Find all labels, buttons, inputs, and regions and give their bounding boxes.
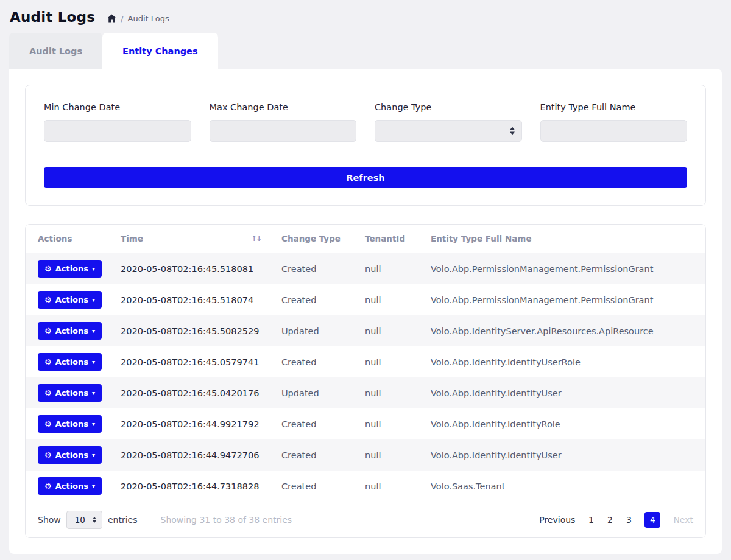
- gear-icon: ⚙: [44, 296, 52, 304]
- table-row: ⚙ Actions ▾ 2020-05-08T02:16:44.9921792 …: [26, 408, 705, 439]
- gear-icon: ⚙: [44, 482, 52, 490]
- pagination-next[interactable]: Next: [673, 515, 693, 525]
- showing-entries-text: Showing 31 to 38 of 38 entries: [161, 515, 292, 525]
- breadcrumb-current: Audit Logs: [128, 14, 169, 23]
- breadcrumb-separator: /: [121, 14, 123, 23]
- time-cell: 2020-05-08T02:16:45.0579741: [115, 346, 275, 377]
- entity-type-input[interactable]: [540, 120, 688, 142]
- header-change-type[interactable]: Change Type: [275, 225, 359, 253]
- gear-icon: ⚙: [44, 327, 52, 335]
- page-header: Audit Logs / Audit Logs: [0, 0, 731, 33]
- caret-down-icon: ▾: [92, 483, 95, 489]
- tenant-id-cell: null: [359, 346, 425, 377]
- change-type-label: Change Type: [375, 102, 522, 112]
- tenant-id-cell: null: [359, 439, 425, 471]
- actions-button-label: Actions: [55, 481, 88, 491]
- caret-down-icon: ▾: [92, 390, 95, 396]
- pagination-page-3[interactable]: 3: [626, 515, 632, 525]
- tenant-id-cell: null: [359, 284, 425, 315]
- select-arrows-icon: [510, 127, 515, 135]
- tab-audit-logs[interactable]: Audit Logs: [9, 33, 102, 69]
- change-type-select[interactable]: [375, 120, 522, 142]
- table-row: ⚙ Actions ▾ 2020-05-08T02:16:45.518074 C…: [26, 284, 705, 315]
- actions-dropdown-button[interactable]: ⚙ Actions ▾: [38, 477, 102, 495]
- gear-icon: ⚙: [44, 358, 52, 366]
- pagination-previous[interactable]: Previous: [539, 515, 575, 525]
- actions-dropdown-button[interactable]: ⚙ Actions ▾: [38, 415, 102, 433]
- actions-button-label: Actions: [55, 450, 88, 460]
- content-panel: Min Change Date Max Change Date Change T…: [9, 69, 722, 554]
- table-row: ⚙ Actions ▾ 2020-05-08T02:16:45.0420176 …: [26, 377, 705, 408]
- filter-grid: Min Change Date Max Change Date Change T…: [44, 102, 687, 142]
- table-row: ⚙ Actions ▾ 2020-05-08T02:16:45.0579741 …: [26, 346, 705, 377]
- header-entity-type[interactable]: Entity Type Full Name: [425, 225, 705, 253]
- change-type-cell: Created: [275, 253, 359, 285]
- table-footer: Show 10 entries Showing 31 to 38 of 38 e…: [26, 502, 705, 537]
- refresh-button[interactable]: Refresh: [44, 167, 687, 188]
- pagination-page-2[interactable]: 2: [607, 515, 613, 525]
- actions-dropdown-button[interactable]: ⚙ Actions ▾: [38, 446, 102, 464]
- time-cell: 2020-05-08T02:16:45.518081: [115, 253, 275, 285]
- change-type-cell: Created: [275, 439, 359, 471]
- entity-type-cell: Volo.Abp.Identity.IdentityUserRole: [425, 346, 705, 377]
- filter-card: Min Change Date Max Change Date Change T…: [25, 85, 706, 206]
- actions-dropdown-button[interactable]: ⚙ Actions ▾: [38, 384, 102, 402]
- table-row: ⚙ Actions ▾ 2020-05-08T02:16:45.5082529 …: [26, 315, 705, 346]
- entity-changes-table: Actions Time ↑↓ Change Type TenantId Ent…: [26, 225, 705, 502]
- max-change-date-input[interactable]: [210, 120, 357, 142]
- select-arrows-icon: [93, 517, 96, 523]
- time-cell: 2020-05-08T02:16:45.5082529: [115, 315, 275, 346]
- time-cell: 2020-05-08T02:16:45.518074: [115, 284, 275, 315]
- pagination-page-4-active[interactable]: 4: [644, 512, 660, 528]
- gear-icon: ⚙: [44, 389, 52, 397]
- tenant-id-cell: null: [359, 315, 425, 346]
- actions-cell: ⚙ Actions ▾: [26, 346, 115, 377]
- time-cell: 2020-05-08T02:16:44.9472706: [115, 439, 275, 471]
- actions-button-label: Actions: [55, 295, 88, 304]
- sort-icon: ↑↓: [251, 234, 261, 243]
- field-min-change-date: Min Change Date: [44, 102, 191, 142]
- actions-dropdown-button[interactable]: ⚙ Actions ▾: [38, 260, 102, 278]
- table-row: ⚙ Actions ▾ 2020-05-08T02:16:44.7318828 …: [26, 471, 705, 502]
- actions-cell: ⚙ Actions ▾: [26, 253, 115, 285]
- caret-down-icon: ▾: [92, 266, 95, 272]
- caret-down-icon: ▾: [92, 421, 95, 427]
- header-tenant-id[interactable]: TenantId: [359, 225, 425, 253]
- home-icon[interactable]: [107, 14, 116, 23]
- breadcrumb: / Audit Logs: [107, 12, 169, 23]
- min-change-date-input[interactable]: [44, 120, 191, 142]
- tab-bar: Audit Logs Entity Changes: [0, 33, 731, 69]
- actions-cell: ⚙ Actions ▾: [26, 408, 115, 439]
- page-size-value: 10: [75, 515, 85, 525]
- caret-down-icon: ▾: [92, 359, 95, 365]
- pagination-page-1[interactable]: 1: [588, 515, 594, 525]
- caret-down-icon: ▾: [92, 452, 95, 458]
- actions-cell: ⚙ Actions ▾: [26, 315, 115, 346]
- table-row: ⚙ Actions ▾ 2020-05-08T02:16:45.518081 C…: [26, 253, 705, 285]
- field-max-change-date: Max Change Date: [210, 102, 357, 142]
- entity-type-cell: Volo.Abp.Identity.IdentityUser: [425, 439, 705, 471]
- actions-cell: ⚙ Actions ▾: [26, 471, 115, 502]
- gear-icon: ⚙: [44, 420, 52, 428]
- actions-dropdown-button[interactable]: ⚙ Actions ▾: [38, 291, 102, 309]
- show-label: Show: [38, 515, 61, 525]
- actions-button-label: Actions: [55, 419, 88, 429]
- header-time[interactable]: Time ↑↓: [115, 225, 275, 253]
- time-cell: 2020-05-08T02:16:45.0420176: [115, 377, 275, 408]
- actions-cell: ⚙ Actions ▾: [26, 439, 115, 471]
- actions-dropdown-button[interactable]: ⚙ Actions ▾: [38, 353, 102, 371]
- caret-down-icon: ▾: [92, 328, 95, 334]
- gear-icon: ⚙: [44, 265, 52, 273]
- actions-button-label: Actions: [55, 326, 88, 335]
- tab-entity-changes[interactable]: Entity Changes: [102, 33, 217, 69]
- actions-cell: ⚙ Actions ▾: [26, 284, 115, 315]
- page-size-select[interactable]: 10: [66, 511, 102, 529]
- entity-type-cell: Volo.Abp.IdentityServer.ApiResources.Api…: [425, 315, 705, 346]
- entity-type-cell: Volo.Abp.Identity.IdentityUser: [425, 377, 705, 408]
- pagination: Previous 1 2 3 4 Next: [539, 512, 693, 528]
- table-body: ⚙ Actions ▾ 2020-05-08T02:16:45.518081 C…: [26, 253, 705, 502]
- field-change-type: Change Type: [375, 102, 522, 142]
- actions-dropdown-button[interactable]: ⚙ Actions ▾: [38, 322, 102, 340]
- entity-type-cell: Volo.Saas.Tenant: [425, 471, 705, 502]
- tenant-id-cell: null: [359, 377, 425, 408]
